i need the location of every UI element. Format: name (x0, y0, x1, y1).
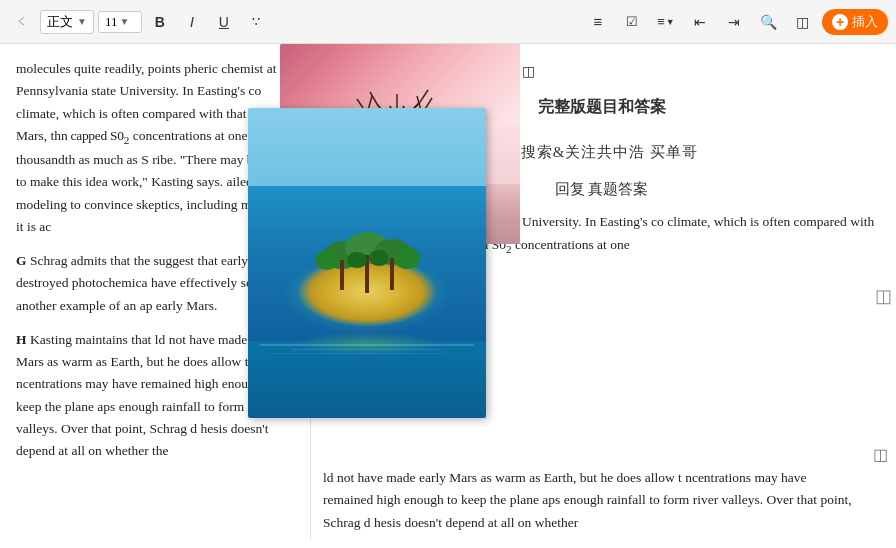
island-image-inner (248, 108, 486, 418)
toolbar-right: ≡ ☑ ≡ ▼ ⇤ ⇥ 🔍 ◫ + 插入 (584, 8, 888, 36)
font-selector[interactable]: 正文 ▼ (40, 10, 94, 34)
list-icon: ≡ (657, 14, 665, 29)
search-icon: 🔍 (760, 14, 777, 30)
insert-label: 插入 (852, 13, 878, 31)
font-dropdown-icon: ▼ (77, 16, 87, 27)
svg-point-22 (347, 252, 367, 268)
list-dropdown-icon: ▼ (666, 17, 675, 27)
g-label: G (16, 253, 27, 268)
right-side-action[interactable]: ◫ (875, 280, 892, 312)
island-image[interactable] (248, 108, 486, 418)
right-edge-button[interactable]: ◫ (866, 440, 894, 468)
sidebar-toggle-button[interactable]: ﹤ (8, 8, 36, 36)
insert-button[interactable]: + 插入 (822, 9, 888, 35)
svg-point-20 (315, 250, 339, 270)
island-trees-svg (307, 230, 427, 300)
expand-icon: ◫ (796, 14, 809, 30)
font-size-label: 11 (105, 14, 118, 30)
h-label: H (16, 332, 27, 347)
toolbar-left: ﹤ 正文 ▼ 11 ▼ B I U ∵ (8, 8, 270, 36)
underline-button[interactable]: U (210, 8, 238, 36)
search-button[interactable]: 🔍 (754, 8, 782, 36)
font-name-label: 正文 (47, 13, 73, 31)
italic-button[interactable]: I (178, 8, 206, 36)
svg-point-21 (394, 247, 420, 269)
expand-button[interactable]: ◫ (788, 8, 816, 36)
right-edge-icon: ◫ (873, 445, 888, 464)
checkbox-button[interactable]: ☑ (618, 8, 646, 36)
size-dropdown-icon: ▼ (119, 16, 129, 27)
svg-rect-15 (340, 260, 344, 290)
list-button[interactable]: ≡ ▼ (652, 8, 680, 36)
svg-rect-19 (390, 258, 394, 290)
bold-button[interactable]: B (146, 8, 174, 36)
thousandth-text: thousandth as much as (16, 152, 138, 167)
svg-point-23 (369, 250, 389, 266)
justify-button[interactable]: ≡ (584, 8, 612, 36)
toolbar: ﹤ 正文 ▼ 11 ▼ B I U ∵ ≡ ☑ ≡ ▼ ⇤ ⇥ 🔍 (0, 0, 896, 44)
strikethrough-button[interactable]: ∵ (242, 8, 270, 36)
font-size-selector[interactable]: 11 ▼ (98, 11, 142, 33)
indent-increase-button[interactable]: ⇥ (720, 8, 748, 36)
insert-plus-icon: + (832, 14, 848, 30)
indent-decrease-button[interactable]: ⇤ (686, 8, 714, 36)
right-expand-side-icon[interactable]: ◫ (875, 286, 892, 306)
right-english-2: ld not have made early Mars as warm as E… (323, 467, 860, 534)
svg-line-10 (420, 90, 428, 102)
checkbox-icon: ☑ (626, 14, 638, 29)
